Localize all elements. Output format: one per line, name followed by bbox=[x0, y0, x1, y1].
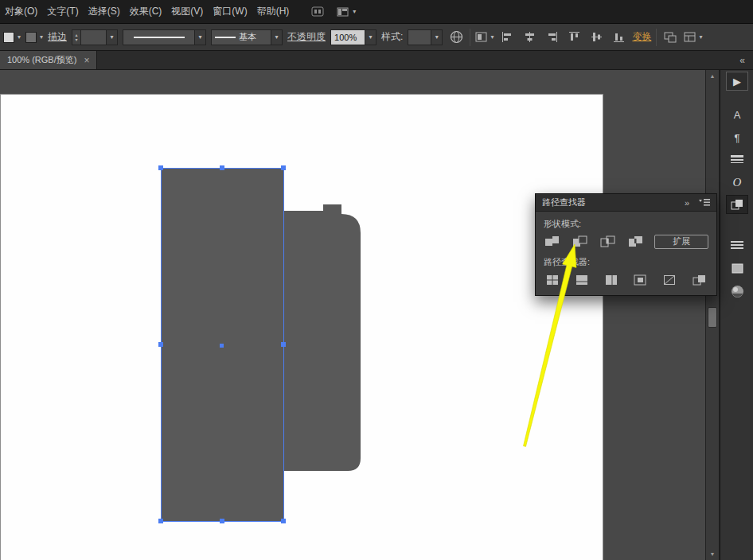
stroke-panel-link[interactable]: 描边 bbox=[48, 30, 67, 44]
scrollbar-thumb[interactable] bbox=[708, 307, 717, 328]
opacity-value[interactable]: 100% bbox=[331, 30, 365, 45]
scroll-down-icon[interactable]: ▼ bbox=[706, 549, 719, 559]
document-tab-label: 100% (RGB/预览) bbox=[7, 54, 76, 66]
handle-top-center[interactable] bbox=[220, 165, 224, 170]
divide-button[interactable] bbox=[544, 272, 562, 287]
illustrator-window: { "menubar": { "items": ["对象(O)", "文字(T)… bbox=[0, 0, 753, 560]
chevron-down-icon: ▾ bbox=[353, 8, 356, 15]
chevron-down-icon[interactable]: ▾ bbox=[365, 30, 376, 45]
panel-dock: ▶ A ¶ O bbox=[720, 70, 753, 560]
canvas-area[interactable] bbox=[0, 70, 705, 560]
bridge-icon[interactable] bbox=[311, 6, 324, 17]
stroke-weight-stepper[interactable]: ▴ ▾ bbox=[72, 30, 81, 45]
fill-swatch[interactable] bbox=[3, 32, 14, 43]
menu-help[interactable]: 帮助(H) bbox=[252, 0, 295, 23]
intersect-button[interactable] bbox=[599, 234, 617, 249]
minus-back-button[interactable] bbox=[690, 272, 708, 287]
rounded-rectangle-shape[interactable] bbox=[284, 204, 361, 471]
fill-color-control[interactable]: ▾ bbox=[3, 32, 21, 43]
pathfinders-row bbox=[544, 272, 708, 287]
opacity-panel-link[interactable]: 不透明度 bbox=[287, 30, 326, 44]
paragraph-panel-icon[interactable]: ¶ bbox=[726, 128, 748, 147]
handle-middle-right[interactable] bbox=[281, 342, 286, 347]
chevron-down-icon[interactable]: ▾ bbox=[106, 30, 117, 45]
expand-button[interactable]: 扩展 bbox=[654, 235, 708, 249]
chevron-down-icon[interactable]: ▾ bbox=[271, 30, 282, 45]
align-top-button[interactable] bbox=[565, 29, 583, 45]
handle-middle-left[interactable] bbox=[158, 342, 163, 347]
pathfinder-panel-icon[interactable] bbox=[726, 195, 748, 214]
style-preview bbox=[408, 30, 431, 45]
menu-object[interactable]: 对象(O) bbox=[0, 0, 42, 23]
style-label: 样式: bbox=[381, 30, 403, 44]
pathfinder-panel-titlebar[interactable]: 路径查找器 » bbox=[536, 194, 716, 212]
menu-window[interactable]: 窗口(W) bbox=[208, 0, 252, 23]
shape-modes-row: 扩展 bbox=[544, 234, 708, 249]
stroke-panel-icon[interactable] bbox=[726, 150, 748, 169]
menu-bar: 对象(O) 文字(T) 选择(S) 效果(C) 视图(V) 窗口(W) 帮助(H… bbox=[0, 0, 753, 24]
pathfinder-panel-title: 路径查找器 bbox=[542, 196, 586, 208]
transform-panel-link[interactable]: 变换 bbox=[632, 30, 651, 44]
menu-type[interactable]: 文字(T) bbox=[42, 0, 83, 23]
trim-button[interactable] bbox=[573, 272, 591, 287]
expand-panels-icon[interactable]: « bbox=[732, 55, 753, 66]
crop-button[interactable] bbox=[631, 272, 650, 287]
stroke-weight-combo[interactable]: ▴ ▾ ▾ bbox=[72, 29, 118, 45]
pathfinder-panel: 路径查找器 » 形状模式: 扩展 路径查找器: bbox=[535, 193, 717, 296]
symbols-panel-icon[interactable]: ▶ bbox=[726, 72, 748, 91]
outline-button[interactable] bbox=[661, 272, 679, 287]
vertical-scrollbar[interactable]: ▲ ▼ bbox=[705, 70, 720, 560]
document-tab-bar: 100% (RGB/预览) × « bbox=[0, 51, 753, 70]
control-bar: ▾ ▾ 描边 ▴ ▾ ▾ ▾ 基本 ▾ 不透明度 100% ▾ 样式: ▾ bbox=[0, 24, 753, 51]
opacity-combo[interactable]: 100% ▾ bbox=[330, 29, 376, 45]
width-profile-combo[interactable]: ▾ bbox=[123, 29, 206, 45]
align-middle-button[interactable] bbox=[587, 29, 605, 45]
opentype-panel-icon[interactable]: O bbox=[726, 173, 748, 192]
menu-view[interactable]: 视图(V) bbox=[166, 0, 208, 23]
character-panel-icon[interactable]: A bbox=[726, 105, 748, 124]
workspace-switcher-icon[interactable]: ▾ bbox=[337, 7, 356, 17]
align-to-dropdown[interactable]: ▾ bbox=[475, 32, 494, 42]
align-bottom-button[interactable] bbox=[610, 29, 627, 45]
unite-button[interactable] bbox=[544, 234, 561, 249]
width-profile-preview bbox=[123, 30, 194, 45]
recolor-artwork-icon[interactable] bbox=[447, 29, 465, 45]
exclude-button[interactable] bbox=[627, 234, 645, 249]
brush-definition-combo[interactable]: 基本 ▾ bbox=[211, 29, 283, 45]
layers-panel-icon[interactable] bbox=[726, 235, 748, 255]
pathfinders-label: 路径查找器: bbox=[544, 256, 708, 268]
panel-menu-icon[interactable] bbox=[699, 198, 710, 207]
spinner-down-icon: ▾ bbox=[76, 37, 78, 42]
tab-close-icon[interactable]: × bbox=[84, 55, 89, 66]
minus-front-button[interactable] bbox=[572, 234, 589, 249]
chevron-down-icon: ▾ bbox=[490, 33, 494, 41]
menu-effect[interactable]: 效果(C) bbox=[125, 0, 167, 23]
handle-bottom-center[interactable] bbox=[220, 519, 224, 523]
align-left-button[interactable] bbox=[498, 29, 516, 45]
handle-top-left[interactable] bbox=[158, 165, 163, 170]
collapse-panel-icon[interactable]: » bbox=[685, 198, 689, 208]
navigator-panel-icon[interactable] bbox=[726, 282, 748, 301]
handle-bottom-left[interactable] bbox=[158, 519, 163, 523]
document-view bbox=[0, 70, 705, 560]
style-combo[interactable]: ▾ bbox=[408, 29, 443, 45]
merge-button[interactable] bbox=[603, 272, 621, 287]
isolate-selection-icon[interactable] bbox=[661, 29, 679, 45]
stroke-weight-value[interactable] bbox=[81, 30, 106, 45]
align-center-button[interactable] bbox=[521, 29, 538, 45]
stroke-swatch[interactable] bbox=[25, 32, 37, 43]
document-tab[interactable]: 100% (RGB/预览) × bbox=[0, 51, 97, 69]
brush-preview: 基本 bbox=[212, 30, 271, 45]
appearance-panel-icon[interactable] bbox=[726, 259, 748, 278]
scroll-up-icon[interactable]: ▲ bbox=[706, 71, 719, 81]
handle-top-right[interactable] bbox=[281, 165, 286, 170]
brush-name: 基本 bbox=[239, 31, 256, 43]
handle-bottom-right[interactable] bbox=[281, 519, 286, 523]
chevron-down-icon[interactable]: ▾ bbox=[431, 30, 442, 45]
more-options-icon[interactable]: ▾ bbox=[684, 32, 702, 42]
stroke-color-control[interactable]: ▾ bbox=[25, 32, 43, 43]
menu-select[interactable]: 选择(S) bbox=[84, 0, 125, 23]
selection-center-point bbox=[220, 344, 224, 348]
chevron-down-icon[interactable]: ▾ bbox=[194, 30, 205, 45]
align-right-button[interactable] bbox=[543, 29, 560, 45]
